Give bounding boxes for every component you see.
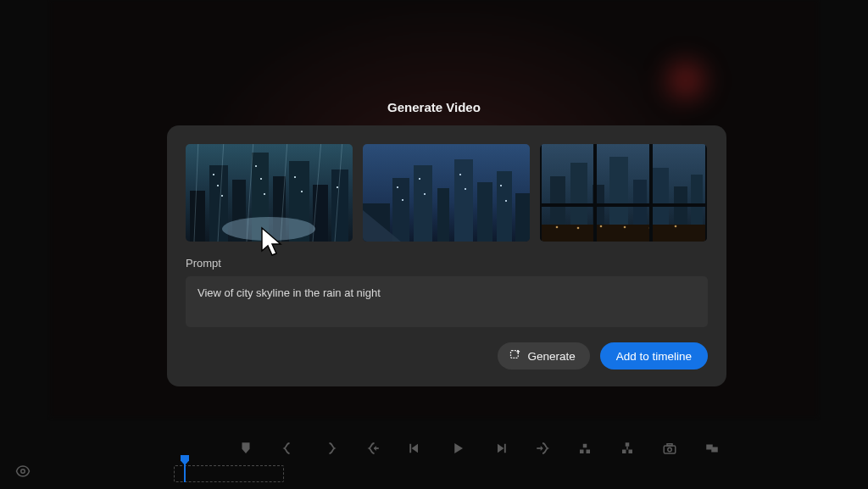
extract-icon[interactable] [619,440,636,457]
svg-rect-33 [515,193,530,242]
lift-icon[interactable] [576,440,593,457]
svg-rect-15 [294,176,296,178]
thumbnail-option-3[interactable] [540,144,707,242]
svg-rect-75 [583,444,587,448]
svg-rect-32 [497,171,512,242]
modal-title: Generate Video [387,100,481,114]
visibility-icon[interactable] [15,464,31,482]
svg-rect-28 [414,165,432,242]
svg-rect-17 [337,186,338,188]
svg-rect-48 [652,168,669,229]
svg-point-52 [556,226,559,229]
timeline-clip-placeholder[interactable] [174,465,284,482]
svg-rect-80 [664,446,676,453]
svg-rect-46 [609,157,628,229]
svg-rect-68 [409,444,411,453]
svg-point-81 [668,447,672,452]
svg-rect-73 [580,450,584,454]
snapshot-icon[interactable] [661,440,678,457]
prompt-input[interactable] [186,276,708,327]
play-icon[interactable] [449,440,466,457]
thumbnail-row [186,144,708,242]
svg-rect-76 [622,450,626,454]
step-back-icon[interactable] [407,440,424,457]
svg-rect-8 [331,169,348,242]
generate-video-modal: Prompt Generate Add to timeline [167,125,726,386]
swap-icon[interactable] [704,440,721,457]
svg-rect-12 [255,165,257,167]
generate-icon [509,348,521,364]
svg-point-53 [577,227,580,230]
svg-rect-37 [424,193,426,195]
svg-point-55 [624,226,626,229]
generate-button-label: Generate [527,350,575,363]
svg-rect-71 [504,444,506,453]
playhead-line [184,464,186,482]
svg-rect-29 [437,188,449,242]
brace-open-icon[interactable] [280,440,297,457]
marker-icon[interactable] [237,440,254,457]
svg-rect-84 [711,447,718,453]
generate-button[interactable]: Generate [498,342,589,370]
transport-toolbar [237,440,721,457]
svg-rect-31 [477,182,492,242]
svg-rect-49 [674,186,687,229]
svg-rect-1 [190,191,205,242]
playhead[interactable] [181,455,189,465]
svg-rect-50 [691,175,703,229]
svg-rect-30 [454,159,473,242]
svg-marker-69 [454,443,463,453]
ripple-out-icon[interactable] [534,440,551,457]
svg-marker-67 [412,444,419,453]
svg-point-18 [222,217,315,241]
svg-rect-34 [397,186,398,188]
svg-rect-10 [217,185,219,186]
svg-rect-74 [587,450,591,454]
svg-rect-9 [213,174,214,175]
svg-rect-41 [505,200,507,202]
thumbnail-option-2[interactable] [363,144,530,242]
svg-rect-14 [264,193,265,195]
button-row: Generate Add to timeline [186,342,708,370]
add-to-timeline-label: Add to timeline [616,350,692,363]
add-to-timeline-button[interactable]: Add to timeline [600,342,708,370]
svg-marker-70 [498,444,504,453]
svg-rect-51 [540,225,707,242]
svg-point-57 [675,225,677,228]
brace-close-icon[interactable] [322,440,339,457]
svg-rect-39 [465,188,466,190]
svg-rect-35 [402,199,403,201]
step-forward-icon[interactable] [492,440,509,457]
svg-rect-77 [629,450,633,454]
svg-rect-44 [570,163,587,229]
thumbnail-option-1[interactable] [186,144,353,242]
svg-rect-82 [667,444,672,446]
prompt-label: Prompt [186,257,708,270]
svg-rect-16 [301,191,303,192]
svg-rect-38 [459,174,461,175]
svg-rect-40 [500,185,502,186]
svg-rect-43 [550,176,565,229]
svg-rect-36 [419,178,420,180]
svg-rect-11 [221,195,223,197]
svg-point-54 [600,225,603,228]
svg-point-85 [21,470,25,474]
ripple-in-icon[interactable] [364,440,381,457]
svg-rect-13 [260,178,262,180]
svg-rect-27 [392,178,409,242]
svg-rect-78 [626,442,630,447]
